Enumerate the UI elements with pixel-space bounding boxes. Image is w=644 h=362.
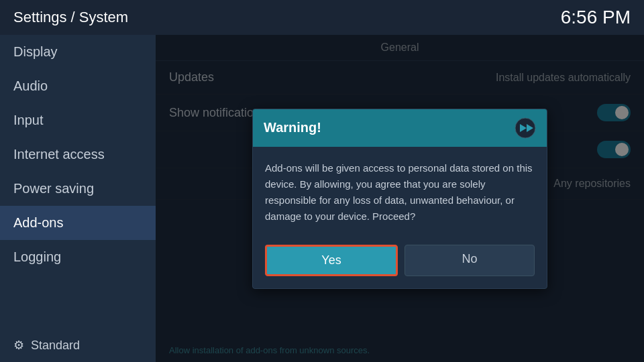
no-button[interactable]: No [405,245,535,276]
sidebar-item-audio[interactable]: Audio [0,69,156,103]
warning-dialog: Warning! Add-ons will be given access to… [252,109,547,289]
clock: 6:56 PM [561,7,631,28]
sidebar-item-power-saving[interactable]: Power saving [0,172,156,206]
sidebar: Display Audio Input Internet access Powe… [0,35,156,362]
sidebar-item-logging[interactable]: Logging [0,240,156,274]
dialog-title: Warning! [264,120,321,135]
gear-icon: ⚙ [13,338,24,353]
sidebar-footer: ⚙ Standard [0,328,156,362]
dialog-buttons: Yes No [253,238,547,288]
sidebar-item-display[interactable]: Display [0,35,156,69]
sidebar-footer-label: Standard [31,339,80,353]
kodi-logo-icon [515,117,536,139]
dialog-header: Warning! [253,109,547,147]
sidebar-item-input[interactable]: Input [0,103,156,137]
page-title: Settings / System [13,9,128,26]
dialog-overlay: Warning! Add-ons will be given access to… [156,35,644,362]
main-layout: Display Audio Input Internet access Powe… [0,35,644,362]
header: Settings / System 6:56 PM [0,0,644,35]
dialog-body: Add-ons will be given access to personal… [253,147,547,238]
content-area: General Updates Install updates automati… [156,35,644,362]
yes-button[interactable]: Yes [265,245,398,276]
sidebar-item-add-ons[interactable]: Add-ons [0,206,156,240]
sidebar-item-internet-access[interactable]: Internet access [0,137,156,172]
